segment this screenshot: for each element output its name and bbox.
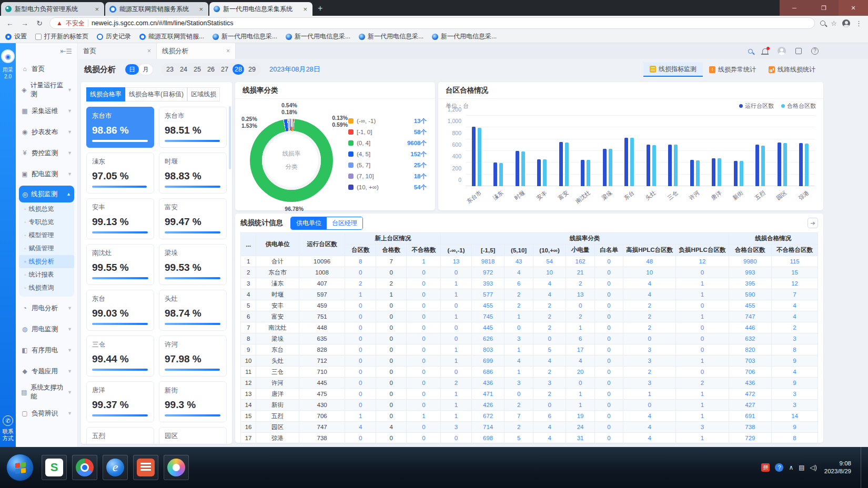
- view-button[interactable]: 线路线损统计: [762, 62, 822, 77]
- column-header[interactable]: 合格台区数: [729, 245, 771, 256]
- sidebar-item[interactable]: ▦采集运维▼: [19, 100, 74, 121]
- table-row[interactable]: 8梁垛63500006263060006323: [241, 333, 818, 344]
- minimize-button[interactable]: ─: [780, 0, 809, 16]
- legend-item[interactable]: (-∞, -1)13个: [348, 117, 427, 125]
- rate-card[interactable]: 溱东97.05 %: [86, 152, 154, 194]
- rate-card[interactable]: 东台市98.86 %: [86, 107, 154, 148]
- export-icon[interactable]: ➔: [808, 218, 818, 228]
- search-icon[interactable]: [748, 49, 753, 54]
- rate-card[interactable]: 园区98.8 %: [159, 427, 227, 444]
- bar-group[interactable]: 东台市: [472, 116, 481, 186]
- new-tab-button[interactable]: +: [318, 4, 322, 13]
- bar-group[interactable]: 园区: [778, 116, 787, 186]
- column-header[interactable]: (-∞,-1): [441, 245, 472, 256]
- browser-menu-icon[interactable]: ⋮: [855, 19, 863, 27]
- legend-item[interactable]: (7, 10]18个: [348, 172, 427, 180]
- start-button[interactable]: [6, 454, 34, 481]
- table-row[interactable]: 9东台828000180315170308208: [241, 344, 818, 355]
- tray-help-icon[interactable]: ?: [775, 463, 783, 472]
- column-header[interactable]: 供电单位: [256, 233, 299, 256]
- cards-scrollbar[interactable]: [229, 106, 231, 169]
- bar-group[interactable]: 五烈: [755, 116, 765, 186]
- sidebar-subitem[interactable]: ▫专职总览: [19, 216, 74, 229]
- sidebar-subitem[interactable]: ▫统计报表: [19, 268, 74, 281]
- rate-card[interactable]: 五烈98.01 %: [86, 427, 154, 444]
- taskbar-ie-icon[interactable]: e: [103, 455, 128, 480]
- legend-item[interactable]: [-1, 0]58个: [348, 128, 427, 136]
- notification-bell-icon[interactable]: [762, 48, 768, 54]
- sidebar-item[interactable]: ◎线损监测▲: [19, 186, 74, 202]
- sidebar-subitem[interactable]: ▫线损总览: [19, 202, 74, 216]
- month-toggle[interactable]: 月: [139, 64, 153, 75]
- maximize-button[interactable]: ❐: [809, 0, 839, 16]
- rate-tab[interactable]: 区域线损: [187, 87, 220, 101]
- table-row[interactable]: 2东台市1008000097241021010099315: [241, 267, 818, 278]
- day-toggle[interactable]: 日: [125, 64, 139, 75]
- address-bar[interactable]: ▲ 不安全 neweic.js.sgcc.com.cn/#/llm/line/S…: [49, 17, 815, 29]
- column-header[interactable]: 台区数: [345, 245, 376, 256]
- help-icon[interactable]: ?: [811, 47, 819, 55]
- table-row[interactable]: 17弶港738000069854310417298: [241, 433, 818, 444]
- zoom-icon[interactable]: [820, 21, 825, 26]
- view-button[interactable]: 线损指标监测: [643, 62, 703, 77]
- bar-group[interactable]: 梁垛: [603, 116, 612, 186]
- tab-close-icon[interactable]: ×: [226, 47, 230, 55]
- table-row[interactable]: 16园区747440371424240437389: [241, 422, 818, 433]
- user-avatar[interactable]: [778, 47, 786, 55]
- page-tab[interactable]: 首页×: [78, 43, 157, 59]
- page-tab[interactable]: 线损分析×: [157, 43, 236, 59]
- back-icon[interactable]: ←: [5, 19, 15, 27]
- sidebar-item[interactable]: ▤系统支撑功能▼: [19, 382, 74, 403]
- tray-ime-icon[interactable]: 拼: [761, 463, 770, 472]
- rate-card[interactable]: 安丰99.13 %: [86, 198, 154, 239]
- table-row[interactable]: 3溱东407220139364204139512: [241, 278, 818, 289]
- forward-icon[interactable]: →: [20, 19, 29, 27]
- table-toggle-option[interactable]: 供电单位: [291, 217, 327, 229]
- rate-card[interactable]: 新街99.3 %: [159, 381, 227, 422]
- bar-group[interactable]: 南沈灶: [581, 116, 590, 186]
- bookmark-item[interactable]: 新一代用电信息采...: [213, 32, 277, 41]
- browser-tab[interactable]: 能源互联网营销服务系统×: [105, 2, 208, 16]
- legend-item[interactable]: (0, 4]9608个: [348, 139, 427, 147]
- bookmark-item[interactable]: 新一代用电信息采...: [359, 32, 423, 41]
- url-text[interactable]: neweic.js.sgcc.com.cn/#/llm/line/Station…: [92, 19, 234, 27]
- bar-group[interactable]: 新街: [734, 116, 743, 186]
- bar-group[interactable]: 三仓: [668, 116, 678, 186]
- browser-tab[interactable]: 新型电力负荷管理系统×: [1, 2, 104, 16]
- bookmark-star-icon[interactable]: ☆: [831, 19, 837, 27]
- rate-card[interactable]: 东台市98.51 %: [159, 107, 227, 148]
- rate-tab[interactable]: 线损合格率: [86, 87, 125, 101]
- tab-close-icon[interactable]: ×: [147, 47, 151, 55]
- table-row[interactable]: 12许河44500024363300324369: [241, 378, 818, 389]
- legend-item[interactable]: (10, +∞)54个: [348, 184, 427, 191]
- bar-group[interactable]: 许河: [690, 116, 700, 186]
- column-header[interactable]: 白名单: [594, 245, 623, 256]
- tray-expand-icon[interactable]: ∧: [789, 464, 793, 471]
- column-header[interactable]: 小电量: [566, 245, 594, 256]
- sidebar-item[interactable]: ◔用电分析▼: [19, 298, 74, 319]
- bar-legend-item[interactable]: 运行台区数: [739, 102, 774, 110]
- sidebar-item[interactable]: ◧有序用电▼: [19, 340, 74, 361]
- rate-card[interactable]: 东台99.03 %: [86, 290, 154, 331]
- tab-close-icon[interactable]: ×: [198, 5, 204, 13]
- bookmark-item[interactable]: 设置: [5, 32, 27, 41]
- taskbar-ppt-icon[interactable]: [133, 455, 158, 480]
- column-header[interactable]: 合格数: [376, 245, 407, 256]
- table-row[interactable]: 4时堰597110157724130415907: [241, 289, 818, 300]
- view-button[interactable]: 线损异常统计: [703, 62, 762, 77]
- rate-card[interactable]: 许河97.98 %: [159, 336, 227, 377]
- sidebar-item[interactable]: ⌂首页: [19, 58, 74, 79]
- taskbar-paint-icon[interactable]: [164, 455, 189, 480]
- column-header[interactable]: (10,+∞): [533, 245, 566, 256]
- sidebar-item[interactable]: ◆专题应用▼: [19, 361, 74, 382]
- close-button[interactable]: ✕: [839, 0, 868, 16]
- table-row[interactable]: 6富安75100017451220217474: [241, 311, 818, 322]
- day-option[interactable]: 29: [246, 64, 258, 75]
- taskbar-seewo-icon[interactable]: S: [42, 455, 67, 480]
- sidebar-item[interactable]: ◈计量运行监测▼: [19, 79, 74, 100]
- sidebar-item[interactable]: ▢负荷辨识▼: [19, 403, 74, 424]
- day-option[interactable]: 27: [219, 64, 230, 75]
- day-option[interactable]: 26: [205, 64, 217, 75]
- tab-close-icon[interactable]: ×: [94, 5, 100, 13]
- bar-group[interactable]: 安丰: [537, 116, 547, 186]
